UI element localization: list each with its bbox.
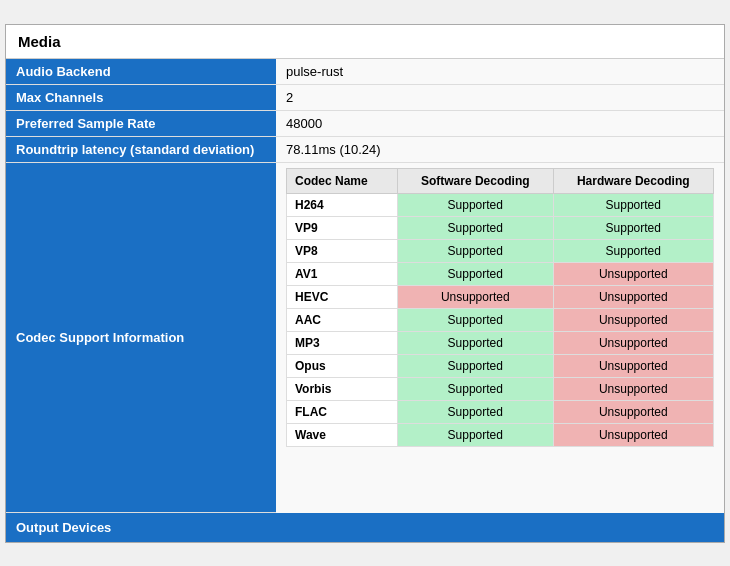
codec-software-cell: Supported (397, 239, 553, 262)
codec-data-row: OpusSupportedUnsupported (287, 354, 714, 377)
codec-label-cell: Codec Support Information (6, 163, 276, 513)
codec-data-row: AACSupportedUnsupported (287, 308, 714, 331)
codec-hardware-cell: Unsupported (553, 331, 714, 354)
codec-name-cell: H264 (287, 193, 398, 216)
codec-row: Codec Support Information Codec NameSoft… (6, 163, 724, 513)
codec-support-label: Codec Support Information (16, 330, 184, 345)
info-row: Audio Backend pulse-rust (6, 59, 724, 85)
codec-column-header: Hardware Decoding (553, 168, 714, 193)
info-label: Roundtrip latency (standard deviation) (6, 136, 276, 162)
codec-name-cell: HEVC (287, 285, 398, 308)
codec-software-cell: Supported (397, 193, 553, 216)
codec-software-cell: Supported (397, 400, 553, 423)
codec-name-cell: AAC (287, 308, 398, 331)
codec-name-cell: Wave (287, 423, 398, 446)
codec-data-row: H264SupportedSupported (287, 193, 714, 216)
codec-data-row: VorbisSupportedUnsupported (287, 377, 714, 400)
codec-hardware-cell: Supported (553, 193, 714, 216)
codec-software-cell: Supported (397, 308, 553, 331)
codec-name-cell: Opus (287, 354, 398, 377)
codec-hardware-cell: Unsupported (553, 354, 714, 377)
codec-column-header: Software Decoding (397, 168, 553, 193)
codec-data-row: WaveSupportedUnsupported (287, 423, 714, 446)
codec-table-wrapper: Codec NameSoftware DecodingHardware Deco… (276, 163, 724, 513)
info-row: Roundtrip latency (standard deviation) 7… (6, 136, 724, 162)
codec-software-cell: Unsupported (397, 285, 553, 308)
codec-name-cell: VP8 (287, 239, 398, 262)
codec-software-cell: Supported (397, 216, 553, 239)
codec-software-cell: Supported (397, 331, 553, 354)
codec-data-row: MP3SupportedUnsupported (287, 331, 714, 354)
codec-data-row: VP8SupportedSupported (287, 239, 714, 262)
codec-software-cell: Supported (397, 423, 553, 446)
info-value: 2 (276, 84, 724, 110)
codec-software-cell: Supported (397, 354, 553, 377)
codec-data-row: VP9SupportedSupported (287, 216, 714, 239)
codec-hardware-cell: Unsupported (553, 285, 714, 308)
codec-name-cell: VP9 (287, 216, 398, 239)
media-panel: Media Audio Backend pulse-rust Max Chann… (5, 24, 725, 543)
codec-hardware-cell: Supported (553, 216, 714, 239)
codec-name-cell: FLAC (287, 400, 398, 423)
codec-software-cell: Supported (397, 377, 553, 400)
codec-software-cell: Supported (397, 262, 553, 285)
codec-data-row: FLACSupportedUnsupported (287, 400, 714, 423)
codec-table: Codec NameSoftware DecodingHardware Deco… (286, 168, 714, 447)
info-label: Audio Backend (6, 59, 276, 85)
codec-hardware-cell: Unsupported (553, 308, 714, 331)
codec-data-row: HEVCUnsupportedUnsupported (287, 285, 714, 308)
codec-hardware-cell: Supported (553, 239, 714, 262)
codec-data-row: AV1SupportedUnsupported (287, 262, 714, 285)
info-label: Preferred Sample Rate (6, 110, 276, 136)
info-table: Audio Backend pulse-rust Max Channels 2 … (6, 59, 724, 163)
codec-column-header: Codec Name (287, 168, 398, 193)
codec-hardware-cell: Unsupported (553, 423, 714, 446)
codec-hardware-cell: Unsupported (553, 377, 714, 400)
info-value: 48000 (276, 110, 724, 136)
info-value: 78.11ms (10.24) (276, 136, 724, 162)
codec-name-cell: Vorbis (287, 377, 398, 400)
footer-bar: Output Devices (6, 513, 724, 542)
info-value: pulse-rust (276, 59, 724, 85)
panel-title: Media (6, 25, 724, 59)
codec-hardware-cell: Unsupported (553, 400, 714, 423)
codec-name-cell: AV1 (287, 262, 398, 285)
codec-hardware-cell: Unsupported (553, 262, 714, 285)
info-row: Preferred Sample Rate 48000 (6, 110, 724, 136)
codec-name-cell: MP3 (287, 331, 398, 354)
info-row: Max Channels 2 (6, 84, 724, 110)
info-label: Max Channels (6, 84, 276, 110)
